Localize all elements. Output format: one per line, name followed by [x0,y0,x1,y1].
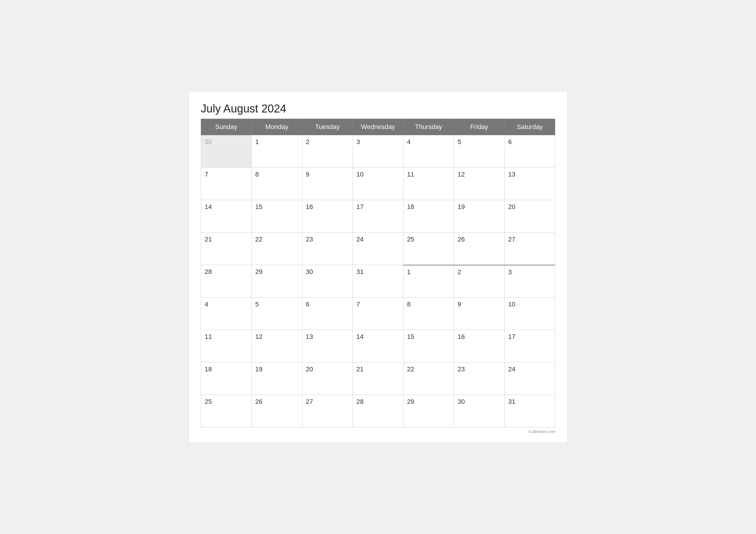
calendar-body: 3012345678910111213141516171819202122232… [201,135,555,427]
day-number: 13 [306,333,313,340]
day-number: 29 [255,268,262,276]
day-number: 25 [205,398,212,405]
calendar-day: 30 [201,135,252,168]
calendar-day: 8 [252,168,302,200]
day-number: 12 [457,171,465,178]
calendar-day: 17 [504,330,555,362]
calendar-day: 30 [302,265,353,298]
calendar-day: 12 [454,168,504,200]
calendar-day: 9 [302,168,353,200]
calendar-day: 20 [504,200,555,233]
calendar-day: 1 [403,265,454,298]
header-cell-tuesday: Tuesday [302,119,353,135]
calendar-day: 28 [201,265,252,298]
day-number: 7 [357,301,360,308]
header-cell-friday: Friday [454,119,504,135]
day-number: 17 [357,203,364,210]
day-number: 28 [205,268,212,276]
calendar-day: 13 [302,330,353,362]
day-number: 3 [357,138,360,146]
day-number: 21 [357,365,364,373]
calendar-header: SundayMondayTuesdayWednesdayThursdayFrid… [201,119,555,135]
calendar-day: 11 [201,330,252,362]
header-cell-thursday: Thursday [403,119,454,135]
calendar-day: 3 [504,265,555,298]
calendar-day: 7 [353,298,403,330]
day-number: 27 [306,398,313,405]
calendar-day: 2 [454,265,504,298]
header-cell-saturday: Saturday [504,119,555,135]
day-number: 22 [407,365,414,373]
calendar-week-4: 28293031123 [201,265,555,298]
calendar-day: 3 [353,135,403,168]
calendar-day: 10 [504,298,555,330]
day-number: 6 [508,138,512,146]
day-number: 16 [306,203,313,210]
day-number: 30 [457,398,465,405]
calendar-day: 30 [454,395,504,427]
day-number: 7 [205,171,208,178]
calendar-day: 8 [403,298,454,330]
day-number: 15 [407,333,414,340]
day-number: 24 [508,365,515,373]
day-number: 12 [255,333,262,340]
calendar-day: 24 [504,362,555,395]
calendar-day: 31 [353,265,403,298]
calendar-day: 5 [252,298,302,330]
calendar-day: 15 [403,330,454,362]
day-number: 31 [357,268,364,276]
day-number: 2 [457,268,461,276]
day-number: 23 [457,365,465,373]
calendar-day: 15 [252,200,302,233]
calendar-day: 19 [252,362,302,395]
calendar-day: 5 [454,135,504,168]
day-number: 8 [255,171,259,178]
calendar-day: 11 [403,168,454,200]
calendar-day: 6 [504,135,555,168]
calendar-week-5: 45678910 [201,298,555,330]
calendar-day: 18 [403,200,454,233]
day-number: 14 [357,333,364,340]
calendar-week-7: 18192021222324 [201,362,555,395]
calendar-day: 4 [201,298,252,330]
day-number: 20 [508,203,515,210]
calendar-day: 25 [403,233,454,265]
calendar-day: 22 [252,233,302,265]
calendar-day: 21 [353,362,403,395]
day-number: 29 [407,398,414,405]
header-row: SundayMondayTuesdayWednesdayThursdayFrid… [201,119,555,135]
calendar-day: 20 [302,362,353,395]
watermark: iCalendars.net [201,429,555,434]
calendar-day: 31 [504,395,555,427]
header-cell-sunday: Sunday [201,119,252,135]
header-cell-wednesday: Wednesday [353,119,403,135]
day-number: 2 [306,138,310,146]
calendar-day: 10 [353,168,403,200]
calendar-day: 27 [302,395,353,427]
day-number: 13 [508,171,515,178]
day-number: 31 [508,398,515,405]
day-number: 1 [255,138,259,146]
day-number: 4 [205,301,208,308]
day-number: 24 [357,236,364,243]
day-number: 10 [508,301,515,308]
day-number: 11 [205,333,212,340]
day-number: 22 [255,236,262,243]
calendar-day: 22 [403,362,454,395]
day-number: 9 [457,301,461,308]
calendar-day: 6 [302,298,353,330]
day-number: 18 [407,203,414,210]
day-number: 10 [357,171,364,178]
calendar-week-0: 30123456 [201,135,555,168]
calendar-table: SundayMondayTuesdayWednesdayThursdayFrid… [201,119,555,427]
day-number: 4 [407,138,411,146]
day-number: 23 [306,236,313,243]
day-number: 19 [457,203,465,210]
day-number: 6 [306,301,310,308]
day-number: 8 [407,301,411,308]
day-number: 18 [205,365,212,373]
calendar-day: 26 [454,233,504,265]
calendar-day: 24 [353,233,403,265]
day-number: 21 [205,236,212,243]
day-number: 25 [407,236,414,243]
